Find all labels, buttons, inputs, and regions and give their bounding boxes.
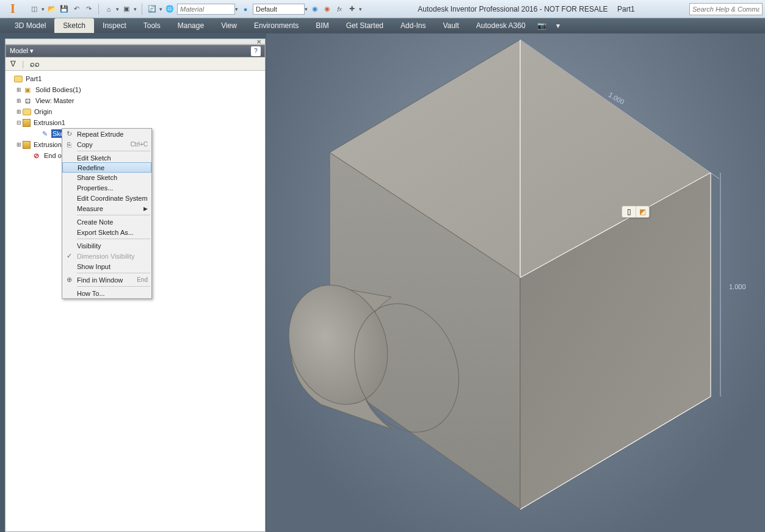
ctx-how-to[interactable]: How To... <box>62 288 151 298</box>
panel-help-button[interactable]: ? <box>251 46 261 56</box>
app-title-label: Autodesk Inventor Professional 2016 - NO… <box>418 5 607 13</box>
folder-icon <box>23 109 31 115</box>
tree-solid-bodies[interactable]: ⊞▣Solid Bodies(1) <box>7 84 264 95</box>
qat-undo-icon[interactable]: ↶ <box>71 4 81 14</box>
tree-origin[interactable]: ⊞Origin <box>7 106 264 117</box>
ctx-edit-coordinate-system[interactable]: Edit Coordinate System <box>62 193 151 203</box>
separator: | <box>22 59 24 68</box>
end-of-part-icon: ⊘ <box>31 151 41 160</box>
view-icon: ⊡ <box>23 96 32 106</box>
qat-home-dropdown[interactable]: ▾ <box>116 6 119 12</box>
repeat-icon: ↻ <box>65 130 73 138</box>
panel-close-button[interactable]: ✕ <box>5 39 265 45</box>
qat-new-icon[interactable]: ◫ <box>29 4 39 14</box>
panel-title: Model ▾ <box>10 47 251 55</box>
qat-appearance-icon[interactable]: ● <box>241 4 250 14</box>
tab-sketch[interactable]: Sketch <box>54 18 94 33</box>
qat-globe-icon[interactable]: 🌐 <box>165 4 175 14</box>
tab-add-ins[interactable]: Add-Ins <box>392 18 434 33</box>
ctx-edit-sketch[interactable]: Edit Sketch <box>62 153 151 163</box>
qat-plus-icon[interactable]: ✚ <box>347 4 357 14</box>
ctx-share-sketch[interactable]: Share Sketch <box>62 172 151 182</box>
qat-select-icon[interactable]: ▣ <box>121 4 131 14</box>
tab-environments[interactable]: Environments <box>245 18 307 33</box>
tab-camera-icon[interactable]: 📷 <box>534 18 550 33</box>
qat-home-icon[interactable]: ⌂ <box>104 4 114 14</box>
qat-update-icon[interactable]: 🔄 <box>147 4 157 14</box>
dimension-2[interactable]: 1.000 <box>729 283 746 290</box>
tab-get-started[interactable]: Get Started <box>338 18 392 33</box>
tab-autodesk-a360[interactable]: Autodesk A360 <box>468 18 534 33</box>
submenu-arrow-icon: ▶ <box>143 206 148 212</box>
ctx-visibility[interactable]: Visibility <box>62 240 151 251</box>
tab-manage[interactable]: Manage <box>169 18 212 33</box>
ctx-create-note[interactable]: Create Note <box>62 217 151 227</box>
qat-new-dropdown[interactable]: ▾ <box>42 6 45 12</box>
ctx-show-input[interactable]: Show Input <box>62 261 151 271</box>
tree-view[interactable]: ⊞⊡View: Master <box>7 95 264 106</box>
panel-toolbar: ∇ | ⌕⌕ <box>5 57 265 71</box>
material-input[interactable] <box>177 4 235 15</box>
ctx-separator <box>77 273 150 273</box>
extrude-icon <box>23 141 31 149</box>
tree-root[interactable]: Part1 <box>7 73 264 84</box>
copy-icon: ⎘ <box>65 141 73 148</box>
qat-open-icon[interactable]: 📂 <box>47 4 57 14</box>
ctx-redefine[interactable]: Redefine <box>62 162 151 173</box>
appearance-input[interactable] <box>253 4 305 15</box>
tab-3d-model[interactable]: 3D Model <box>6 18 54 33</box>
ctx-separator <box>77 151 150 151</box>
tab-bim[interactable]: BIM <box>307 18 337 33</box>
ribbon-tabs: 3D Model Sketch Inspect Tools Manage Vie… <box>0 18 765 33</box>
filter-icon[interactable]: ∇ <box>10 59 16 68</box>
app-logo: I <box>10 2 15 16</box>
tab-vault[interactable]: Vault <box>434 18 467 33</box>
search-input[interactable] <box>689 3 763 15</box>
qat-separator <box>98 4 99 15</box>
tab-view[interactable]: View <box>212 18 245 33</box>
qat-save-icon[interactable]: 💾 <box>59 4 69 14</box>
ctx-separator <box>77 286 150 287</box>
qat-update-dropdown[interactable]: ▾ <box>159 6 162 12</box>
mini-toolbar-sketch-button[interactable]: ◩ <box>636 206 649 217</box>
3d-model-rendering <box>266 34 765 532</box>
tree-extrusion1[interactable]: ⊟Extrusion1 <box>7 117 264 128</box>
ctx-repeat-extrude[interactable]: ↻Repeat Extrude <box>62 129 151 139</box>
ctx-measure[interactable]: Measure▶ <box>62 203 151 214</box>
find-icon[interactable]: ⌕⌕ <box>30 59 40 68</box>
ctx-dimension-visibility: ✓Dimension Visibility <box>62 251 151 261</box>
appearance-dropdown[interactable]: ▾ <box>253 4 308 15</box>
qat-customize-dropdown[interactable]: ▾ <box>359 6 362 12</box>
tab-inspect[interactable]: Inspect <box>94 18 135 33</box>
qat-separator <box>142 4 142 15</box>
3d-viewport[interactable]: 1.000 1.000 ▯ ◩ <box>266 34 765 532</box>
ctx-separator <box>77 215 150 215</box>
material-dropdown[interactable]: ▾ <box>177 4 238 15</box>
titlebar: I ◫▾ 📂 💾 ↶ ↷ ⌂▾ ▣▾ 🔄▾ 🌐 ▾ ● ▾ ◉ ◉ fx ✚ ▾… <box>0 0 765 18</box>
help-search[interactable] <box>687 3 765 15</box>
cube-icon: ▣ <box>23 85 32 95</box>
ctx-separator <box>77 239 150 239</box>
ctx-properties[interactable]: Properties... <box>62 182 151 193</box>
check-icon: ✓ <box>65 252 73 260</box>
qat-color2-icon[interactable]: ◉ <box>322 4 332 14</box>
mini-toolbar: ▯ ◩ <box>622 206 650 218</box>
qat-select-dropdown[interactable]: ▾ <box>134 6 137 12</box>
qat-redo-icon[interactable]: ↷ <box>84 4 93 14</box>
qat-fx-icon[interactable]: fx <box>335 4 344 14</box>
ctx-find-in-window[interactable]: ⊕Find in WindowEnd <box>62 275 151 285</box>
find-icon: ⊕ <box>65 276 73 284</box>
qat-color1-icon[interactable]: ◉ <box>310 4 320 14</box>
tab-dropdown-icon[interactable]: ▾ <box>550 18 566 33</box>
sketch-icon: ✎ <box>40 129 49 138</box>
quick-access-toolbar: ◫▾ 📂 💾 ↶ ↷ ⌂▾ ▣▾ 🔄▾ 🌐 ▾ ● ▾ ◉ ◉ fx ✚ ▾ <box>26 4 366 15</box>
panel-header[interactable]: Model ▾ ? <box>5 45 265 57</box>
folder-icon <box>14 76 23 82</box>
mini-toolbar-button-1[interactable]: ▯ <box>622 206 636 217</box>
app-icon[interactable]: I <box>0 0 26 18</box>
tab-tools[interactable]: Tools <box>135 18 169 33</box>
document-name-label: Part1 <box>617 5 635 13</box>
context-menu: ↻Repeat Extrude ⎘CopyCtrl+C Edit Sketch … <box>62 128 152 299</box>
ctx-copy[interactable]: ⎘CopyCtrl+C <box>62 139 151 149</box>
ctx-export-sketch[interactable]: Export Sketch As... <box>62 227 151 237</box>
